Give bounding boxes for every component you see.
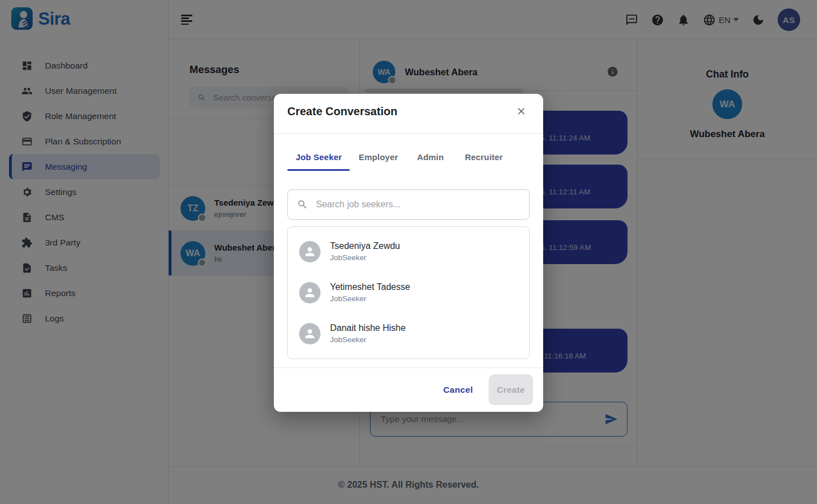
modal-footer: Cancel Create [274,367,543,412]
job-seeker-search[interactable] [287,189,530,220]
modal-title: Create Conversation [287,105,398,118]
cancel-button[interactable]: Cancel [443,385,473,395]
person-icon [299,241,321,262]
user-meta: Yetimeshet Tadesse JobSeeker [330,282,410,303]
user-list-item[interactable]: Yetimeshet Tadesse JobSeeker [288,272,529,313]
user-role: JobSeeker [330,294,410,303]
user-meta: Danait hishe Hishe JobSeeker [330,323,405,344]
person-icon [299,323,321,344]
user-name: Danait hishe Hishe [330,323,405,333]
search-icon [297,199,308,210]
tab-admin[interactable]: Admin [407,143,454,170]
close-icon[interactable] [516,106,527,117]
user-meta: Tsedeniya Zewdu JobSeeker [330,241,400,262]
job-seeker-search-input[interactable] [315,199,520,210]
person-icon [299,282,321,303]
create-conversation-modal: Create Conversation Job Seeker Employer … [274,94,543,412]
user-name: Yetimeshet Tadesse [330,282,410,292]
tab-employer[interactable]: Employer [350,143,407,170]
create-button[interactable]: Create [489,374,533,405]
user-role: JobSeeker [330,253,400,262]
divider [274,133,543,134]
user-name: Tsedeniya Zewdu [330,241,400,251]
active-tab-indicator [287,169,350,171]
app-window: Sira Dashboard User Management Role Mana… [0,0,817,504]
tab-job-seeker[interactable]: Job Seeker [287,143,350,170]
user-list-item[interactable]: Danait hishe Hishe JobSeeker [288,313,529,354]
tab-recruiter[interactable]: Recruiter [454,143,513,170]
user-list-item[interactable]: Tsedeniya Zewdu JobSeeker [288,231,529,272]
user-list: Tsedeniya Zewdu JobSeeker Yetimeshet Tad… [287,226,530,359]
user-role: JobSeeker [330,335,405,344]
modal-tabs: Job Seeker Employer Admin Recruiter [287,143,513,170]
